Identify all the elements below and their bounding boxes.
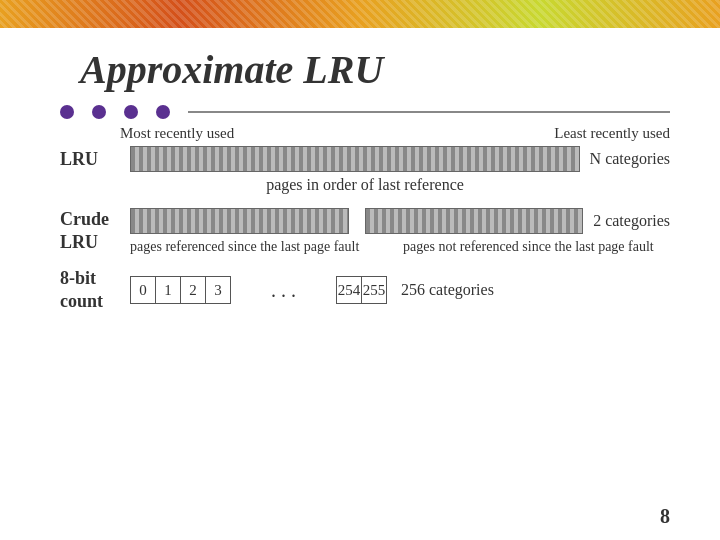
bit-boxes-left: 0 1 2 3 (130, 276, 231, 304)
crude-stripe-right (365, 208, 584, 234)
bit-box-1: 1 (155, 276, 181, 304)
crude-bars-row: 2 categories (130, 208, 670, 234)
crude-lru-section: Crude LRU 2 categories pages referenced … (60, 208, 670, 257)
crude-text-left: pages referenced since the last page fau… (130, 238, 387, 257)
dot-2 (92, 105, 106, 119)
dot-4 (156, 105, 170, 119)
eight-bit-section: 8-bit count 0 1 2 3 . . . 254 255 256 ca… (60, 267, 670, 314)
most-recently-label: Most recently used (120, 125, 234, 142)
lru-label: LRU (60, 149, 130, 170)
page-number: 8 (660, 505, 670, 528)
n-categories-label: N categories (590, 150, 670, 168)
eight-bit-label: 8-bit count (60, 267, 130, 314)
two-categories-label: 2 categories (593, 212, 670, 230)
crude-text-right: pages not referenced since the last page… (403, 238, 660, 257)
bit-box-255: 255 (361, 276, 387, 304)
crude-stripe-left (130, 208, 349, 234)
bit-boxes-right: 254 255 (336, 276, 387, 304)
ellipsis: . . . (271, 279, 296, 302)
256-categories-label: 256 categories (401, 281, 494, 299)
bit-box-0: 0 (130, 276, 156, 304)
least-recently-label: Least recently used (554, 125, 670, 142)
crude-lru-label: Crude LRU (60, 208, 130, 255)
bit-box-3: 3 (205, 276, 231, 304)
pages-order-label: pages in order of last reference (60, 176, 670, 194)
page-title: Approximate LRU (0, 28, 720, 105)
lru-stripe-bar (130, 146, 580, 172)
dot-1 (60, 105, 74, 119)
lru-row: LRU N categories (60, 146, 670, 172)
dot-3 (124, 105, 138, 119)
bit-box-254: 254 (336, 276, 362, 304)
divider-row (60, 105, 670, 119)
top-banner (0, 0, 720, 28)
crude-bars-area: 2 categories pages referenced since the … (130, 208, 670, 257)
divider-line (188, 111, 670, 113)
labels-row: Most recently used Least recently used (60, 125, 670, 142)
main-content: Most recently used Least recently used L… (0, 105, 720, 314)
bit-box-2: 2 (180, 276, 206, 304)
crude-text-row: pages referenced since the last page fau… (130, 238, 670, 257)
